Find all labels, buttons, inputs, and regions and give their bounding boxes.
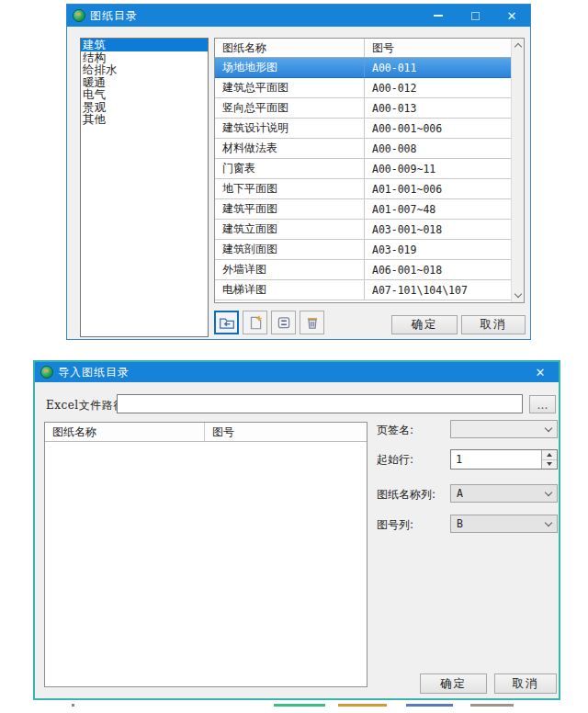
cell-drawing-name: 建筑平面图 bbox=[215, 199, 365, 219]
table-row[interactable]: 竖向总平面图 A00-013 bbox=[215, 98, 511, 119]
dlg1-toolbar bbox=[214, 311, 324, 334]
cell-drawing-name: 建筑设计说明 bbox=[215, 119, 365, 138]
table-row[interactable]: 门窗表 A00-009~11 bbox=[215, 159, 511, 179]
col-header-number[interactable]: 图号 bbox=[205, 423, 367, 441]
strip-segment bbox=[470, 704, 514, 707]
scroll-down-icon[interactable] bbox=[512, 289, 525, 302]
strip-segment bbox=[406, 704, 453, 707]
cell-drawing-name: 建筑总平面图 bbox=[215, 78, 365, 97]
excel-path-input[interactable] bbox=[117, 394, 523, 413]
chevron-down-icon bbox=[540, 520, 557, 528]
ok-button[interactable]: 确定 bbox=[420, 673, 487, 694]
import-catalog-dialog: 导入图纸目录 ✕ Excel文件路径: ... 图纸名称 图号 页签名: 起始行… bbox=[33, 360, 560, 700]
ok-button[interactable]: 确定 bbox=[391, 315, 458, 334]
table-header-row: 图纸名称 图号 bbox=[215, 39, 511, 58]
category-item-electrical[interactable]: 电气 bbox=[81, 88, 208, 101]
category-item-architecture[interactable]: 建筑 bbox=[81, 39, 208, 51]
cell-drawing-number: A00-013 bbox=[365, 98, 511, 118]
cell-drawing-number: A00-008 bbox=[365, 139, 511, 158]
cell-drawing-name: 建筑立面图 bbox=[215, 220, 365, 239]
import-button[interactable] bbox=[214, 311, 239, 334]
table-row[interactable]: 地下平面图 A01-001~006 bbox=[215, 179, 511, 199]
cell-drawing-number: A00-011 bbox=[365, 58, 511, 77]
col-header-number[interactable]: 图号 bbox=[365, 39, 511, 57]
col-header-name[interactable]: 图纸名称 bbox=[45, 423, 205, 441]
cancel-button[interactable]: 取消 bbox=[461, 315, 526, 334]
cell-drawing-number: A07-101\104\107 bbox=[365, 280, 511, 300]
number-column-value: B bbox=[457, 517, 463, 530]
table-row[interactable]: 建筑设计说明 A00-001~006 bbox=[215, 119, 511, 139]
scroll-up-icon[interactable] bbox=[512, 39, 525, 52]
table-row[interactable]: 外墙详图 A06-001~018 bbox=[215, 260, 511, 280]
close-button[interactable]: ✕ bbox=[522, 362, 559, 382]
cell-drawing-name: 电梯详图 bbox=[215, 280, 365, 300]
maximize-icon bbox=[471, 12, 480, 20]
import-preview-table: 图纸名称 图号 bbox=[44, 422, 368, 687]
cell-drawing-number: A06-001~018 bbox=[365, 260, 511, 279]
cell-drawing-number: A03-001~018 bbox=[365, 220, 511, 239]
chevron-down-icon bbox=[540, 425, 557, 434]
cell-drawing-name: 门窗表 bbox=[215, 159, 365, 178]
minimize-button[interactable] bbox=[420, 5, 457, 27]
table-row[interactable]: 场地地形图 A00-011 bbox=[215, 58, 511, 78]
col-header-name[interactable]: 图纸名称 bbox=[215, 39, 365, 57]
cell-drawing-number: A00-009~11 bbox=[365, 159, 511, 178]
category-item-other[interactable]: 其他 bbox=[81, 113, 208, 126]
browse-button[interactable]: ... bbox=[529, 395, 556, 413]
cell-drawing-name: 地下平面图 bbox=[215, 179, 365, 198]
delete-row-button[interactable] bbox=[300, 311, 324, 334]
table-scrollbar[interactable] bbox=[511, 39, 524, 302]
table-row[interactable]: 建筑剖面图 A03-019 bbox=[215, 240, 511, 260]
strip-segment bbox=[72, 704, 74, 707]
chevron-down-icon bbox=[540, 490, 557, 498]
cancel-button[interactable]: 取消 bbox=[494, 673, 557, 694]
category-listbox[interactable]: 建筑 结构 给排水 暖通 电气 景观 其他 bbox=[80, 38, 209, 337]
cell-drawing-number: A03-019 bbox=[365, 240, 511, 259]
delete-icon bbox=[304, 314, 321, 331]
spin-down-icon[interactable] bbox=[542, 460, 557, 470]
table-row[interactable]: 材料做法表 A00-008 bbox=[215, 139, 511, 159]
table-row[interactable]: 电梯详图 A07-101\104\107 bbox=[215, 280, 511, 300]
table-row[interactable]: 建筑总平面图 A00-012 bbox=[215, 78, 511, 98]
category-item-landscape[interactable]: 景观 bbox=[81, 101, 208, 114]
cell-drawing-name: 竖向总平面图 bbox=[215, 98, 365, 118]
maximize-button[interactable] bbox=[457, 5, 493, 27]
drawing-table: 图纸名称 图号 场地地形图 A00-011 建筑总平面图 A00-012 竖向总… bbox=[214, 38, 525, 303]
dlg1-title: 图纸目录 bbox=[90, 8, 138, 24]
category-item-plumbing[interactable]: 给排水 bbox=[81, 63, 208, 76]
number-column-label: 图号列: bbox=[377, 517, 413, 533]
table-header-row: 图纸名称 图号 bbox=[45, 423, 367, 442]
table-row[interactable]: 建筑立面图 A03-001~018 bbox=[215, 220, 511, 240]
start-row-value: 1 bbox=[451, 450, 541, 469]
start-row-spinner[interactable]: 1 bbox=[450, 449, 558, 470]
strip-segment bbox=[338, 704, 387, 707]
add-row-button[interactable] bbox=[243, 311, 267, 334]
table-row[interactable]: 建筑平面图 A01-007~48 bbox=[215, 199, 511, 220]
app-icon bbox=[73, 9, 85, 22]
number-column-select[interactable]: B bbox=[450, 515, 558, 533]
spin-up-icon[interactable] bbox=[542, 450, 557, 460]
cell-drawing-name: 建筑剖面图 bbox=[215, 240, 365, 259]
drawing-catalog-dialog: 图纸目录 ✕ 建筑 结构 给排水 暖通 电气 景观 其他 图纸名称 图号 场地地… bbox=[66, 4, 531, 340]
add-sheet-icon bbox=[247, 314, 264, 331]
dlg2-titlebar[interactable]: 导入图纸目录 ✕ bbox=[35, 362, 559, 382]
category-item-structure[interactable]: 结构 bbox=[81, 51, 208, 64]
edit-row-button[interactable] bbox=[271, 311, 296, 334]
dlg1-titlebar[interactable]: 图纸目录 ✕ bbox=[67, 5, 530, 27]
close-button[interactable]: ✕ bbox=[493, 5, 530, 27]
sheet-name-select[interactable] bbox=[450, 420, 558, 438]
edit-sheet-icon bbox=[276, 314, 292, 331]
cell-drawing-number: A00-012 bbox=[365, 78, 511, 97]
name-column-select[interactable]: A bbox=[450, 484, 558, 503]
cell-drawing-name: 场地地形图 bbox=[215, 58, 365, 77]
name-column-value: A bbox=[457, 487, 463, 500]
app-icon bbox=[40, 366, 53, 379]
name-column-label: 图纸名称列: bbox=[377, 487, 435, 503]
cell-drawing-number: A00-001~006 bbox=[365, 119, 511, 138]
minimize-icon bbox=[434, 15, 443, 17]
cell-drawing-number: A01-007~48 bbox=[365, 199, 511, 219]
import-icon bbox=[219, 314, 235, 331]
dlg2-title: 导入图纸目录 bbox=[58, 365, 130, 380]
cell-drawing-name: 材料做法表 bbox=[215, 139, 365, 158]
category-item-hvac[interactable]: 暖通 bbox=[81, 76, 208, 89]
